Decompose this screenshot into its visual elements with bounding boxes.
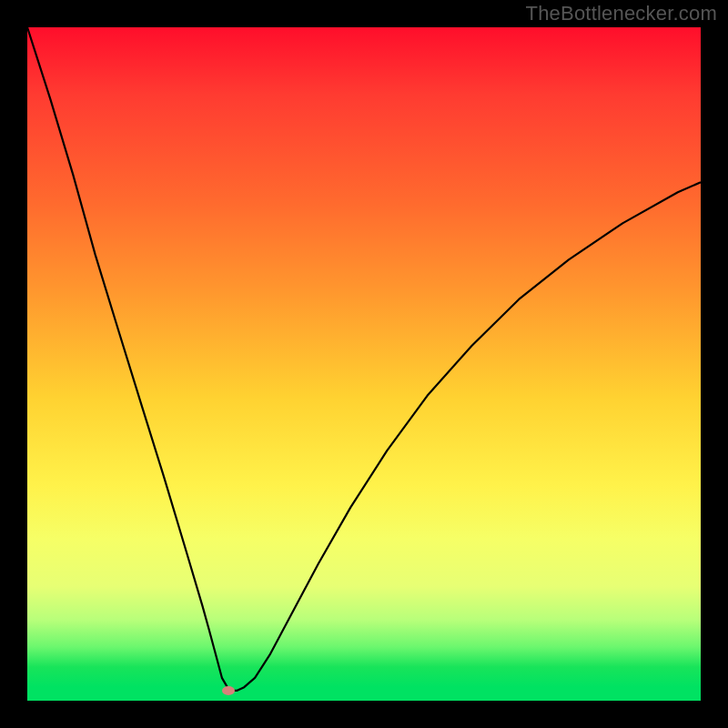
bottleneck-curve [27,27,701,691]
chart-frame: TheBottlenecker.com [0,0,728,728]
optimal-point-marker [222,686,235,695]
plot-area [27,27,701,701]
watermark-text: TheBottlenecker.com [526,2,717,25]
curve-svg [27,27,701,701]
